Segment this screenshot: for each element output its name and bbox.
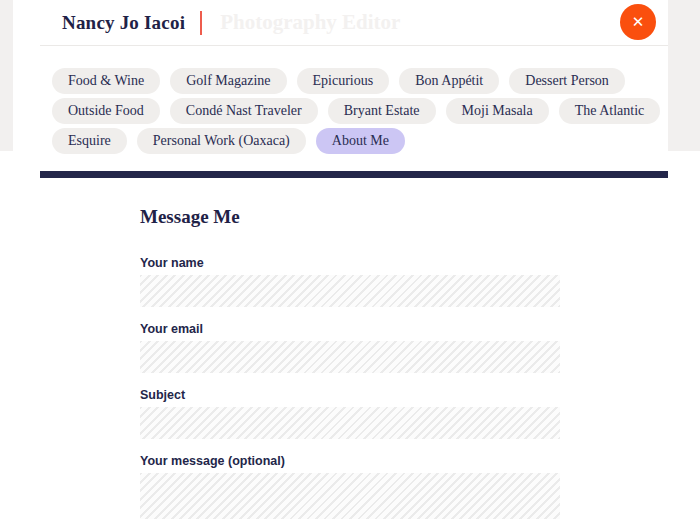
nav-tag-outside-food[interactable]: Outside Food [52, 98, 160, 124]
message-section: Message Me Your nameYour emailSubjectYou… [140, 205, 560, 519]
header-divider [200, 11, 202, 35]
field-group-name: Your name [140, 255, 560, 307]
page-background-band: Nancy Jo Iacoi Photography Editor ✕ Food… [0, 0, 700, 151]
nav-tag-the-atlantic[interactable]: The Atlantic [559, 98, 661, 124]
page-title: Message Me [140, 205, 560, 229]
close-icon: ✕ [632, 15, 645, 30]
field-group-subject: Subject [140, 387, 560, 439]
nav-tag-food-wine[interactable]: Food & Wine [52, 68, 160, 94]
nav-tag-cond-nast-traveler[interactable]: Condé Nast Traveler [170, 98, 318, 124]
subject-input[interactable] [140, 407, 560, 439]
message-input[interactable] [140, 473, 560, 519]
nav-tag-epicurious[interactable]: Epicurious [297, 68, 390, 94]
site-subtitle: Photography Editor [220, 10, 400, 35]
tag-navigation: Food & WineGolf MagazineEpicuriousBon Ap… [52, 68, 652, 154]
name-input[interactable] [140, 275, 560, 307]
nav-tag-golf-magazine[interactable]: Golf Magazine [170, 68, 286, 94]
field-group-email: Your email [140, 321, 560, 373]
nav-tag-personal-work-oaxaca[interactable]: Personal Work (Oaxaca) [137, 128, 306, 154]
nav-tag-bon-app-tit[interactable]: Bon Appétit [399, 68, 499, 94]
nav-tag-dessert-person[interactable]: Dessert Person [509, 68, 625, 94]
message-form: Your nameYour emailSubjectYour message (… [140, 255, 560, 519]
tag-row: EsquirePersonal Work (Oaxaca)About Me [52, 128, 652, 154]
nav-tag-bryant-estate[interactable]: Bryant Estate [328, 98, 436, 124]
subject-label: Subject [140, 387, 560, 403]
email-input[interactable] [140, 341, 560, 373]
tag-row: Outside FoodCondé Nast TravelerBryant Es… [52, 98, 652, 124]
nav-tag-esquire[interactable]: Esquire [52, 128, 127, 154]
name-label: Your name [140, 255, 560, 271]
close-button[interactable]: ✕ [620, 4, 656, 40]
field-group-message: Your message (optional) [140, 453, 560, 519]
tag-row: Food & WineGolf MagazineEpicuriousBon Ap… [52, 68, 652, 94]
nav-tag-about-me[interactable]: About Me [316, 128, 405, 154]
site-header: Nancy Jo Iacoi Photography Editor ✕ [40, 0, 668, 46]
email-label: Your email [140, 321, 560, 337]
message-label: Your message (optional) [140, 453, 560, 469]
nav-tag-moji-masala[interactable]: Moji Masala [446, 98, 549, 124]
brand-name: Nancy Jo Iacoi [62, 12, 185, 34]
divider-bar [40, 171, 668, 178]
